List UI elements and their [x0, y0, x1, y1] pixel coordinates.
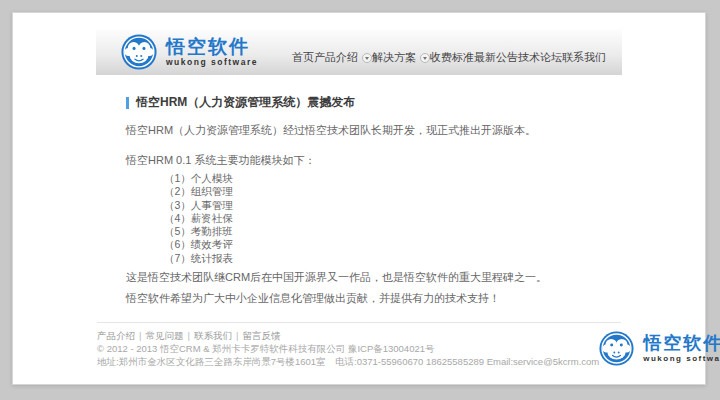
nav-item-pricing[interactable]: 收费标准 [430, 50, 474, 65]
nav-label: 解决方案 [372, 50, 416, 65]
logo-text: 悟空软件 wukong software [166, 37, 258, 68]
module-list-item: （1）个人模块 [164, 172, 622, 185]
nav-item-products[interactable]: 产品介绍 [314, 50, 372, 65]
chevron-down-icon [362, 53, 372, 63]
module-list-item: （2）组织管理 [164, 185, 622, 198]
modules-heading: 悟空HRM 0.1 系统主要功能模块如下： [126, 154, 622, 167]
footer-link-products[interactable]: 产品介绍 [97, 330, 135, 341]
main-nav: 首页 产品介绍 解决方案 收费标准 最新公告 技术论坛 [258, 29, 628, 75]
page-card: 悟空软件 wukong software 首页 产品介绍 解决方案 收费标准 [12, 12, 706, 385]
module-list-item: （5）考勤排班 [164, 225, 622, 238]
nav-item-contact[interactable]: 联系我们 [562, 50, 606, 65]
nav-item-forum[interactable]: 技术论坛 [518, 50, 562, 65]
page-title: 悟空HRM（人力资源管理系统）震撼发布 [126, 96, 622, 109]
module-list: （1）个人模块 （2）组织管理 （3）人事管理 （4）薪资社保 （5）考勤排班 … [126, 172, 622, 265]
logo-name-en: wukong software [166, 57, 258, 68]
monkey-logo-icon [121, 34, 157, 70]
nav-item-solutions[interactable]: 解决方案 [372, 50, 430, 65]
module-list-item: （6）绩效考评 [164, 238, 622, 251]
nav-label: 联系我们 [562, 50, 606, 65]
nav-item-announcements[interactable]: 最新公告 [474, 50, 518, 65]
footer-link-separator: | [187, 330, 189, 341]
chevron-down-icon [420, 53, 430, 63]
desktop-background: 悟空软件 wukong software 首页 产品介绍 解决方案 收费标准 [0, 0, 720, 400]
footer-logo-name-en: wukong software [643, 353, 720, 364]
nav-item-home[interactable]: 首页 [292, 50, 314, 65]
nav-label: 技术论坛 [518, 50, 562, 65]
article-intro: 悟空HRM（人力资源管理系统）经过悟空技术团队长期开发，现正式推出开源版本。 [126, 124, 622, 137]
footer-address: 地址:郑州市金水区文化路三全路东岸尚景7号楼1601室 电话:0371-5596… [97, 355, 599, 368]
nav-label: 最新公告 [474, 50, 518, 65]
nav-label: 收费标准 [430, 50, 474, 65]
site-footer: 产品介绍|常见问题|联系我们|留言反馈 © 2012 - 2013 悟空CRM … [97, 322, 621, 368]
module-list-item: （4）薪资社保 [164, 212, 622, 225]
footer-link-separator: | [236, 330, 238, 341]
article-outro-1: 这是悟空技术团队继CRM后在中国开源界又一作品，也是悟空软件的重大里程碑之一。 [126, 271, 622, 284]
logo-name-cn: 悟空软件 [166, 37, 258, 57]
site-header: 悟空软件 wukong software 首页 产品介绍 解决方案 收费标准 [96, 29, 622, 75]
footer-text-block: 产品介绍|常见问题|联系我们|留言反馈 © 2012 - 2013 悟空CRM … [97, 329, 599, 368]
nav-label: 首页 [292, 50, 314, 65]
footer-logo: 悟空软件 wukong software [599, 331, 720, 366]
footer-logo-name-cn: 悟空软件 [643, 333, 720, 353]
site-logo[interactable]: 悟空软件 wukong software [96, 29, 258, 75]
footer-logo-text: 悟空软件 wukong software [643, 333, 720, 364]
article-outro-2: 悟空软件希望为广大中小企业信息化管理做出贡献，并提供有力的技术支持！ [126, 292, 622, 305]
page-title-text: 悟空HRM（人力资源管理系统）震撼发布 [136, 96, 355, 109]
module-list-item: （3）人事管理 [164, 199, 622, 212]
footer-copyright: © 2012 - 2013 悟空CRM & 郑州卡卡罗特软件科技有限公司 豫IC… [97, 342, 599, 355]
footer-link-separator: | [139, 330, 141, 341]
module-list-item: （7）统计报表 [164, 252, 622, 265]
article: 悟空HRM（人力资源管理系统）震撼发布 悟空HRM（人力资源管理系统）经过悟空技… [96, 96, 622, 305]
footer-link-contact[interactable]: 联系我们 [194, 330, 232, 341]
footer-link-faq[interactable]: 常见问题 [145, 330, 183, 341]
footer-links: 产品介绍|常见问题|联系我们|留言反馈 [97, 329, 599, 342]
nav-label: 产品介绍 [314, 50, 358, 65]
footer-link-feedback[interactable]: 留言反馈 [242, 330, 280, 341]
monkey-logo-icon [599, 331, 634, 366]
title-accent-bar [126, 97, 129, 109]
